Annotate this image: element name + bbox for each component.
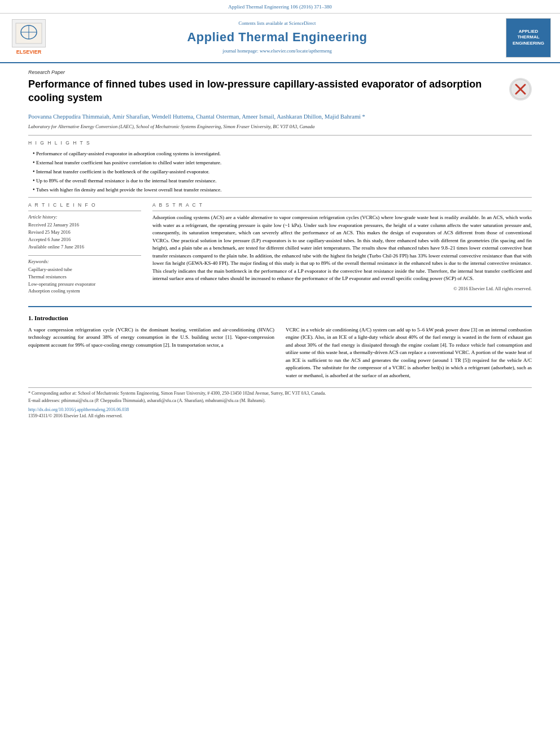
section-title: 1. Introduction	[28, 314, 532, 322]
history-online: Available online 7 June 2016	[28, 244, 141, 251]
highlights-header: H I G H L I G H T S	[28, 140, 532, 147]
article-info-label: A R T I C L E I N F O	[28, 202, 141, 209]
doi-section: http://dx.doi.org/10.1016/j.applthermale…	[28, 407, 532, 413]
bottom-divider	[28, 306, 532, 307]
doi-url[interactable]: http://dx.doi.org/10.1016/j.applthermale…	[28, 407, 129, 412]
elsevier-logo-image	[12, 19, 46, 47]
journal-homepage: journal homepage: www.elsevier.com/locat…	[54, 48, 500, 55]
highlight-item-1: Performance of capillary-assisted evapor…	[33, 150, 532, 158]
journal-title: Applied Thermal Engineering	[54, 29, 500, 46]
elsevier-logo: ELSEVIER	[9, 19, 49, 56]
keyword-2: Thermal resistances	[28, 274, 141, 281]
issn-section: 1359-4311/© 2016 Elsevier Ltd. All right…	[28, 413, 532, 419]
keyword-3: Low-operating pressure evaporator	[28, 281, 141, 288]
intro-col2-text: VCRC in a vehicle air conditioning (A/C)…	[286, 326, 532, 380]
authors: Poovanna Cheppudira Thimmaiah, Amir Shar…	[28, 112, 532, 121]
highlight-item-2: External heat transfer coefficient has p…	[33, 159, 532, 167]
keyword-4: Adsorption cooling system	[28, 288, 141, 295]
email-footnote: E-mail addresses: pthimmai@sfu.ca (P. Ch…	[28, 397, 532, 404]
abstract-divider	[152, 211, 532, 211]
highlight-item-4: Up to 89% of the overall thermal resista…	[33, 177, 532, 185]
journal-header: ELSEVIER Contents lists available at Sci…	[0, 14, 560, 63]
article-info-col: A R T I C L E I N F O Article history: R…	[28, 202, 141, 300]
highlights-list: Performance of capillary-assisted evapor…	[28, 150, 532, 194]
history-revised: Revised 25 May 2016	[28, 229, 141, 236]
body-two-col: A vapor compression refrigeration cycle …	[28, 326, 532, 383]
intro-col1-text: A vapor compression refrigeration cycle …	[28, 326, 274, 350]
copyright: © 2016 Elsevier Ltd. All rights reserved…	[152, 286, 532, 292]
divider-2	[28, 197, 532, 198]
body-col-right: VCRC in a vehicle air conditioning (A/C)…	[286, 326, 532, 383]
abstract-text: Adsorption cooling systems (ACS) are a v…	[152, 214, 532, 283]
introduction-section: 1. Introduction A vapor compression refr…	[28, 314, 532, 383]
highlight-item-5: Tubes with higher fin density and height…	[33, 186, 532, 194]
body-col-left: A vapor compression refrigeration cycle …	[28, 326, 274, 383]
journal-citation: Applied Thermal Engineering 106 (2016) 3…	[0, 0, 560, 14]
keyword-1: Capillary-assisted tube	[28, 267, 141, 273]
sciencedirect-link[interactable]: ScienceDirect	[289, 20, 316, 26]
main-content: Research Paper Performance of finned tub…	[0, 63, 560, 425]
journal-logo-box: APPLIED THERMAL ENGINEERING	[506, 18, 551, 58]
article-info-abstract: A R T I C L E I N F O Article history: R…	[28, 202, 532, 300]
keywords-label: Keywords:	[28, 259, 141, 265]
article-info-section: A R T I C L E I N F O Article history: R…	[28, 202, 141, 251]
footnote-section: * Corresponding author at: School of Mec…	[28, 387, 532, 404]
highlight-item-3: Internal heat transfer coefficient is th…	[33, 168, 532, 176]
article-history-label: Article history:	[28, 214, 141, 221]
contents-line: Contents lists available at ScienceDirec…	[54, 20, 500, 27]
abstract-col: A B S T R A C T Adsorption cooling syste…	[152, 202, 532, 300]
corresponding-footnote: * Corresponding author at: School of Mec…	[28, 390, 532, 396]
divider-1	[28, 135, 532, 136]
elsevier-text: ELSEVIER	[16, 49, 42, 56]
abstract-header: A B S T R A C T	[152, 202, 532, 209]
keywords-section: Keywords: Capillary-assisted tube Therma…	[28, 259, 141, 295]
affiliation: Laboratory for Alternative Energy Conver…	[28, 124, 532, 130]
article-title: Performance of finned tubes used in low-…	[28, 78, 504, 104]
crossmark-logo	[509, 78, 532, 101]
history-accepted: Accepted 6 June 2016	[28, 237, 141, 243]
keywords-divider	[28, 255, 141, 256]
history-received: Received 22 January 2016	[28, 222, 141, 229]
article-info-divider	[28, 211, 141, 211]
highlights-section: H I G H L I G H T S Performance of capil…	[28, 140, 532, 194]
research-paper-label: Research Paper	[28, 69, 532, 76]
journal-header-center: Contents lists available at ScienceDirec…	[54, 20, 500, 55]
